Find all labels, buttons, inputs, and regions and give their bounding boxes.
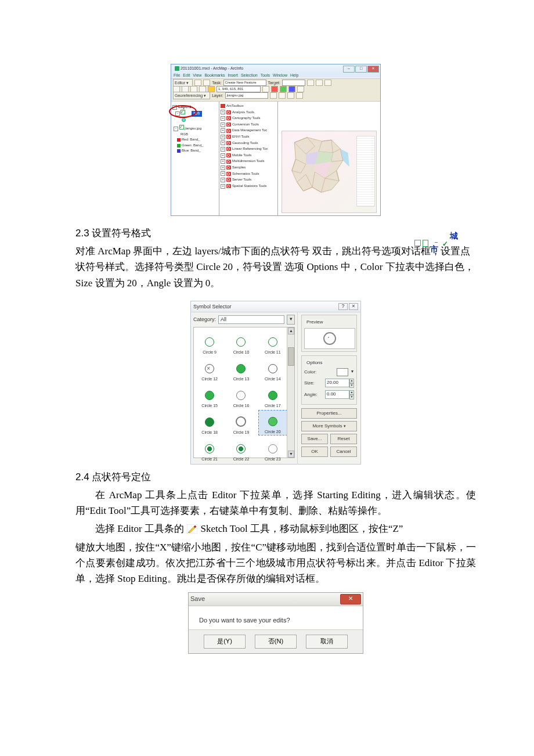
- toolbox-item[interactable]: +Multidimension Tools: [221, 159, 276, 164]
- help-icon[interactable]: [297, 86, 304, 92]
- tb-icon[interactable]: [262, 86, 269, 92]
- expand-icon[interactable]: +: [221, 135, 225, 139]
- scroll-thumb[interactable]: [288, 347, 294, 366]
- toolbox-item[interactable]: +ENVI Tools: [221, 134, 276, 140]
- ok-button[interactable]: OK: [301, 447, 328, 457]
- menu-edit[interactable]: Edit: [183, 72, 190, 78]
- symbol-circle-23[interactable]: Circle 23: [258, 437, 287, 462]
- expand-icon[interactable]: +: [221, 184, 225, 189]
- category-field[interactable]: All: [218, 315, 284, 324]
- expand-icon[interactable]: +: [221, 128, 225, 133]
- close-button[interactable]: ✕: [340, 594, 361, 604]
- expand-icon[interactable]: +: [221, 178, 225, 182]
- help-button[interactable]: ?: [338, 303, 348, 310]
- georef-dropdown[interactable]: Georeferencing ▾: [173, 92, 210, 99]
- size-field[interactable]: 20.00: [325, 379, 349, 387]
- toolbox-item[interactable]: +Mobile Tools: [221, 153, 276, 159]
- tb-icon[interactable]: [324, 80, 331, 86]
- expand-icon[interactable]: +: [221, 123, 225, 127]
- menu-window[interactable]: Window: [273, 72, 287, 78]
- size-spinner[interactable]: ▲▼: [349, 379, 354, 388]
- symbol-circle-16[interactable]: Circle 16: [226, 383, 255, 409]
- tb-icon[interactable]: [287, 92, 294, 99]
- symbol-circle-12[interactable]: ×Circle 12: [195, 357, 224, 382]
- tb-icon[interactable]: [307, 80, 314, 86]
- menu-bookmarks[interactable]: Bookmarks: [204, 72, 225, 78]
- no-button[interactable]: 否(N): [255, 635, 297, 649]
- tree-collapse-icon[interactable]: –: [414, 240, 421, 246]
- close-button[interactable]: ×: [349, 303, 358, 310]
- more-symbols-button[interactable]: More Symbols: [301, 421, 357, 431]
- tb-icon[interactable]: [316, 80, 323, 86]
- arctoolbox-root[interactable]: ArcToolbox: [221, 103, 276, 109]
- toolbox-item[interactable]: +Linear Referencing Toc: [221, 146, 276, 152]
- symbol-circle-20[interactable]: Circle 20: [258, 410, 287, 435]
- expand-icon[interactable]: +: [221, 171, 225, 176]
- map-canvas[interactable]: [282, 131, 377, 213]
- menu-file[interactable]: File: [174, 72, 180, 78]
- scrollbar[interactable]: ▲ ▼: [287, 327, 294, 458]
- category-dropdown-button[interactable]: ▾: [287, 315, 295, 325]
- properties-button[interactable]: Properties...: [301, 408, 357, 419]
- cancel-button[interactable]: Cancel: [330, 447, 357, 457]
- symbol-circle-13[interactable]: Circle 13: [226, 357, 255, 382]
- expand-icon[interactable]: +: [221, 165, 225, 170]
- expand-icon[interactable]: +: [221, 110, 225, 114]
- toolbox-item[interactable]: +Data Management Toc: [221, 128, 276, 134]
- toc-raster-item[interactable]: - ✓ jiangsu.jpg: [174, 125, 218, 132]
- task-field[interactable]: Create New Feature: [223, 80, 266, 86]
- georef-layer-field[interactable]: jiangsu.jpg: [225, 92, 268, 99]
- tb-icon[interactable]: [270, 92, 277, 99]
- menu-insert[interactable]: Insert: [228, 72, 238, 78]
- minimize-button[interactable]: –: [343, 66, 355, 73]
- point-symbol-icon[interactable]: [182, 118, 186, 122]
- symbol-circle-9[interactable]: Circle 9: [195, 330, 224, 355]
- symbol-circle-19[interactable]: Circle 19: [226, 410, 255, 435]
- map-view[interactable]: [278, 102, 380, 215]
- menu-view[interactable]: View: [193, 72, 201, 78]
- arctoolbox-panel[interactable]: ArcToolbox +Analysis Tools+Cartography T…: [219, 102, 278, 215]
- menu-help[interactable]: Help: [290, 72, 298, 78]
- symbol-circle-18[interactable]: Circle 18: [195, 410, 224, 435]
- symbol-circle-22[interactable]: Circle 22: [226, 437, 255, 462]
- menu-tools[interactable]: Tools: [261, 72, 270, 78]
- expand-icon[interactable]: +: [221, 153, 225, 158]
- toolbox-item[interactable]: +Cartography Tools: [221, 116, 276, 121]
- menu-selection[interactable]: Selection: [241, 72, 258, 78]
- toolbox-item[interactable]: +Analysis Tools: [221, 110, 276, 116]
- save-button[interactable]: Save...: [301, 434, 328, 444]
- toolbox-item[interactable]: +Server Tools: [221, 177, 276, 183]
- toolbox-item[interactable]: +Conversion Tools: [221, 122, 276, 128]
- symbol-list[interactable]: Circle 9Circle 10Circle 11×Circle 12Circ…: [193, 327, 295, 458]
- toolbox-item[interactable]: +Samples: [221, 165, 276, 171]
- reset-button[interactable]: Reset: [330, 434, 357, 444]
- edit-tool-icon[interactable]: [194, 80, 201, 86]
- scroll-down-icon[interactable]: ▼: [288, 451, 294, 458]
- expand-icon[interactable]: +: [221, 147, 225, 152]
- scroll-up-icon[interactable]: ▲: [288, 327, 294, 334]
- editor-dropdown[interactable]: Editor ▾: [173, 79, 193, 87]
- angle-field[interactable]: 0.00: [325, 390, 349, 399]
- expand-icon[interactable]: +: [221, 141, 225, 145]
- symbol-circle-21[interactable]: Circle 21: [195, 437, 224, 462]
- menu-bar[interactable]: FileEditViewBookmarksInsertSelectionTool…: [174, 72, 298, 78]
- color-picker[interactable]: [337, 368, 348, 376]
- tb-icon[interactable]: [288, 86, 295, 92]
- cancel-button[interactable]: 取消: [306, 635, 348, 649]
- tb-icon[interactable]: [296, 92, 303, 99]
- symbol-circle-17[interactable]: Circle 17: [258, 383, 287, 409]
- angle-spinner[interactable]: ▲▼: [349, 390, 354, 399]
- symbol-circle-10[interactable]: Circle 10: [226, 330, 255, 355]
- symbol-circle-15[interactable]: Circle 15: [195, 383, 224, 409]
- toolbox-item[interactable]: +Schematics Tools: [221, 171, 276, 177]
- toolbox-item[interactable]: +Geocoding Tools: [221, 141, 276, 146]
- target-field[interactable]: [282, 80, 305, 86]
- tb-icon[interactable]: [280, 86, 287, 92]
- expand-icon[interactable]: +: [221, 159, 225, 164]
- layer-checkbox[interactable]: [423, 240, 428, 247]
- expand-icon[interactable]: +: [221, 116, 225, 121]
- tb-icon[interactable]: [271, 86, 278, 92]
- toc-panel[interactable]: - Layers -✓城市 - ✓ jiangsu.jpg RGB Red: B…: [171, 102, 219, 215]
- tb-icon[interactable]: [279, 92, 286, 99]
- toolbox-item[interactable]: +Spatial Statistics Tools: [221, 183, 276, 189]
